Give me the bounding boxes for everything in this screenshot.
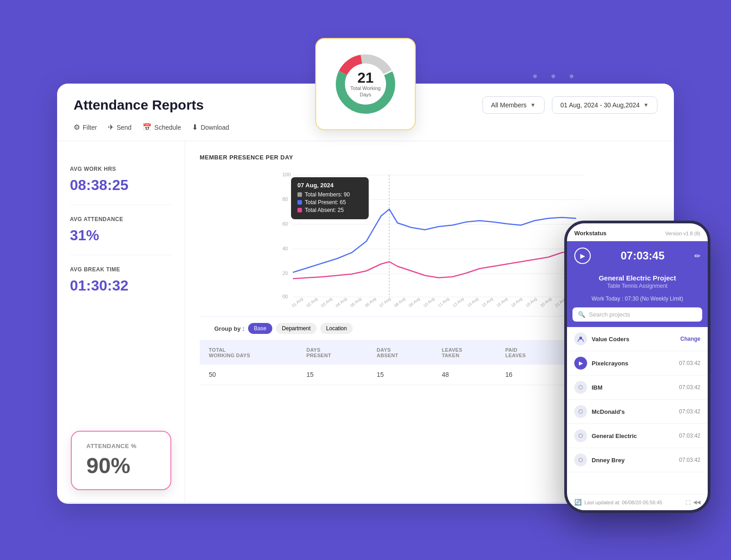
avg-break-time-block: AVG BREAK TIME 01:30:32: [70, 255, 172, 305]
svg-text:10 Aug: 10 Aug: [423, 296, 435, 308]
proj-time-1: 07:03:42: [679, 360, 700, 366]
project-row-5[interactable]: Dnney Brey 07:03:42: [567, 448, 708, 472]
member-filter-chevron: ▼: [530, 102, 536, 108]
svg-text:16 Aug: 16 Aug: [496, 296, 509, 308]
group-opt-location[interactable]: Location: [320, 323, 353, 334]
svg-text:01 Aug: 01 Aug: [291, 296, 304, 308]
project-row-4[interactable]: General Electric 07:03:42: [567, 424, 708, 448]
avg-attendance-label: AVG ATTENDANCE: [70, 216, 172, 222]
download-label: Download: [201, 124, 229, 131]
tooltip-total: Total Members: 90: [297, 191, 362, 198]
avg-work-hrs-block: AVG WORK HRS 08:38:25: [70, 155, 172, 205]
tooltip-absent-label: Total Absent: 25: [305, 207, 344, 213]
download-button[interactable]: ⬇ Download: [192, 123, 229, 132]
cell-total-working-days: 50: [200, 365, 297, 385]
refresh-icon: 🔄: [574, 499, 582, 506]
chart-tooltip: 07 Aug, 2024 Total Members: 90 Total Pre…: [291, 177, 369, 219]
phone-search[interactable]: 🔍 Search projects: [572, 307, 702, 322]
proj-icon-2: [574, 381, 587, 394]
play-button[interactable]: ▶: [574, 248, 591, 264]
svg-text:14 Aug: 14 Aug: [466, 296, 479, 308]
project-row-1[interactable]: ▶ Pixelcrayons 07:03:42: [567, 351, 708, 375]
cell-paid-leaves: 16: [496, 365, 560, 385]
schedule-button[interactable]: 📅 Schedule: [143, 123, 181, 132]
change-button-0[interactable]: Change: [680, 336, 700, 342]
avg-break-time-value: 01:30:32: [70, 277, 172, 294]
proj-icon-4: [574, 429, 587, 442]
group-opt-department[interactable]: Department: [276, 323, 317, 334]
proj-time-3: 07:03:42: [679, 408, 700, 415]
svg-text:04 Aug: 04 Aug: [335, 296, 348, 308]
svg-text:19 Aug: 19 Aug: [525, 296, 538, 308]
attendance-card: ATTENDANCE % 90%: [71, 431, 171, 490]
cell-days-present: 15: [297, 365, 368, 385]
avg-attendance-block: AVG ATTENDANCE 31%: [70, 205, 172, 255]
dashboard-wrapper: 21 Total WorkingDays Attendance Reports …: [57, 56, 674, 504]
tooltip-absent: Total Absent: 25: [297, 207, 362, 213]
schedule-icon: 📅: [143, 123, 152, 132]
svg-text:100: 100: [282, 172, 291, 177]
svg-text:00: 00: [282, 294, 288, 299]
phone-version: Version v1.8 (8): [665, 231, 700, 236]
collapse-icon[interactable]: ◀◀: [693, 499, 700, 505]
svg-text:13 Aug: 13 Aug: [452, 296, 465, 308]
phone-project-name: General Electric Project: [574, 274, 700, 282]
filter-label: Filter: [83, 124, 97, 131]
date-range-label: 01 Aug, 2024 - 30 Aug,2024: [561, 101, 640, 109]
svg-text:08 Aug: 08 Aug: [393, 296, 406, 308]
cell-leaves-taken: 48: [433, 365, 496, 385]
send-icon: ✈: [108, 123, 114, 132]
phone-project-info: General Electric Project Table Tennis As…: [567, 270, 708, 296]
proj-time-4: 07:03:42: [679, 433, 700, 439]
svg-text:05 Aug: 05 Aug: [350, 296, 362, 308]
col-days-absent: DAYSABSENT: [368, 341, 433, 365]
proj-icon-1: ▶: [574, 357, 587, 370]
svg-text:02 Aug: 02 Aug: [306, 296, 318, 308]
col-total-working-days: TOTALWORKING DAYS: [200, 341, 297, 365]
tooltip-dot-absent: [297, 208, 302, 212]
phone-header: Workstatus Version v1.8 (8): [567, 223, 708, 241]
search-icon: 🔍: [578, 311, 585, 318]
send-button[interactable]: ✈ Send: [108, 123, 132, 132]
expand-icon[interactable]: ⛶: [685, 500, 690, 505]
proj-name-0: Value Coders: [592, 336, 629, 343]
group-opt-base[interactable]: Base: [248, 323, 272, 334]
col-paid-leaves: PAIDLEAVES: [496, 341, 560, 365]
proj-icon-5: [574, 454, 587, 466]
phone-app-name: Workstatus: [574, 230, 607, 237]
svg-text:09 Aug: 09 Aug: [408, 296, 421, 308]
header-controls: All Members ▼ 01 Aug, 2024 - 30 Aug,2024…: [482, 96, 657, 114]
proj-name-4: General Electric: [592, 433, 637, 439]
svg-text:20: 20: [282, 270, 288, 276]
attendance-percent-value: 90%: [86, 453, 156, 478]
svg-text:03 Aug: 03 Aug: [320, 296, 333, 308]
phone-screen: Workstatus Version v1.8 (8) ▶ 07:03:45 ✏…: [567, 223, 708, 510]
tooltip-dot-present: [297, 200, 302, 205]
filter-button[interactable]: ⚙ Filter: [74, 123, 97, 132]
donut-card: 21 Total WorkingDays: [315, 38, 416, 130]
work-today: Work Today : 07:30 (No Weekly Limit): [567, 296, 708, 307]
svg-text:18 Aug: 18 Aug: [510, 296, 523, 308]
group-by-label: Group by :: [214, 325, 244, 332]
date-range-dropdown[interactable]: 01 Aug, 2024 - 30 Aug,2024 ▼: [552, 96, 658, 114]
phone-mockup: Workstatus Version v1.8 (8) ▶ 07:03:45 ✏…: [564, 221, 710, 513]
svg-point-40: [579, 458, 583, 462]
member-filter-dropdown[interactable]: All Members ▼: [482, 96, 545, 114]
tooltip-total-label: Total Members: 90: [305, 191, 350, 198]
col-days-present: DAYSPRESENT: [297, 341, 368, 365]
svg-point-39: [579, 434, 583, 438]
svg-text:15 Aug: 15 Aug: [481, 296, 494, 308]
svg-point-37: [579, 386, 583, 389]
project-row-3[interactable]: McDonald's 07:03:42: [567, 400, 708, 424]
edit-button[interactable]: ✏: [694, 252, 700, 260]
filter-icon: ⚙: [74, 123, 80, 132]
proj-time-5: 07:03:42: [679, 457, 700, 463]
phone-projects-list: Value Coders Change ▶ Pixelcrayons 07:03…: [567, 327, 708, 494]
date-range-chevron: ▼: [643, 102, 649, 108]
project-row-2[interactable]: IBM 07:03:42: [567, 375, 708, 400]
schedule-label: Schedule: [154, 124, 181, 131]
proj-name-3: McDonald's: [592, 408, 625, 415]
page-title: Attendance Reports: [74, 97, 204, 113]
avg-break-time-label: AVG BREAK TIME: [70, 266, 172, 273]
project-row-0[interactable]: Value Coders Change: [567, 327, 708, 351]
